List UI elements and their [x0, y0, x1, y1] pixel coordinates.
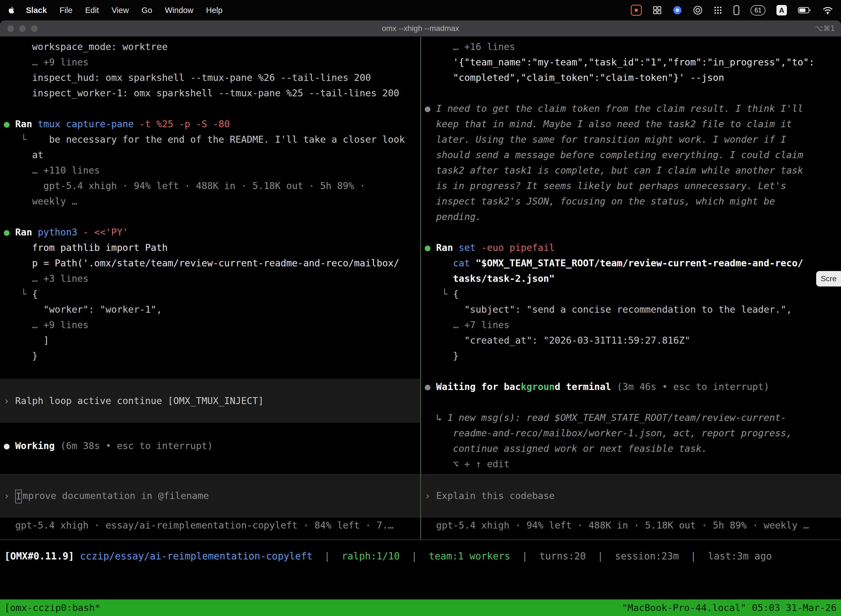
terminal-line: "completed","claim_token":"claim-token"}… — [421, 70, 841, 85]
text-segment: keep that in mind. Maybe I also need the… — [425, 119, 792, 129]
text-segment: be necessary for the end of the README. … — [49, 134, 405, 145]
text-segment: … +7 lines — [425, 319, 510, 330]
terminal-line: ● Ran python3 - <<'PY' — [0, 224, 420, 240]
prompt-band[interactable]: › Ralph loop active continue [OMX_TMUX_I… — [0, 379, 420, 422]
text-segment: last:3m ago — [708, 551, 772, 562]
text-segment: | — [679, 551, 708, 562]
text-segment: '{"team_name":"my-team","task_id":"1","f… — [425, 57, 815, 67]
text-segment: ● — [4, 227, 15, 238]
text-segment: cczip/essay/ai-reimplementation-copyleft — [80, 551, 313, 562]
text-segment: └ — [425, 288, 453, 299]
window-titlebar[interactable]: omx --xhigh --madmax ⌥⌘1 — [0, 21, 841, 37]
terminal-line: cat "$OMX_TEAM_STATE_ROOT/team/review-cu… — [421, 255, 841, 271]
terminal-line: should send a message before completing … — [421, 147, 841, 163]
cursor-block: I — [15, 490, 22, 503]
text-segment — [77, 227, 83, 238]
text-segment: gpt-5.4 xhigh · 94% left · 488K in · 5.1… — [4, 180, 365, 191]
terminal-line: task2 after task1 is complete, but can I… — [421, 163, 841, 178]
menu-help[interactable]: Help — [206, 6, 223, 15]
text-segment: mprove documentation in @filename — [22, 490, 209, 501]
left-pane[interactable]: workspace_mode: worktree … +9 lines insp… — [0, 37, 420, 540]
text-segment: | — [313, 551, 341, 562]
text-segment: task2 after task1 is complete, but can I… — [425, 165, 803, 176]
text-segment: › — [4, 490, 15, 501]
text-segment: gpt-5.4 xhigh · 94% left · 488K in · 5.1… — [425, 520, 809, 531]
terminal-line: gpt-5.4 xhigh · 94% left · 488K in · 5.1… — [421, 518, 841, 533]
terminal-line: ● I need to get the claim token from the… — [421, 101, 841, 116]
prompt-band[interactable]: › Improve documentation in @filename — [0, 474, 420, 518]
text-segment: Ralph loop active continue [OMX_TMUX_INJ… — [15, 395, 264, 406]
screen: Slack FileEditViewGoWindowHelp 61 A — [0, 0, 841, 616]
prompt-band-line: › Improve documentation in @filename — [0, 488, 420, 503]
terminal-line: inspect task2's JSON, focusing on the st… — [421, 194, 841, 209]
text-segment: ● — [425, 381, 436, 392]
spacer — [421, 224, 841, 240]
terminal-line: … +9 lines — [0, 317, 420, 333]
terminal-line: inspect_worker-1: omx sparkshell --tmux-… — [0, 85, 420, 101]
apple-menu-icon[interactable] — [8, 6, 15, 15]
menu-file[interactable]: File — [60, 6, 73, 15]
terminal-line: inspect_hud: omx sparkshell --tmux-pane … — [0, 70, 420, 85]
terminal-line: gpt-5.4 xhigh · 94% left · 488K in · 5.1… — [0, 178, 420, 194]
text-segment: ● — [425, 103, 436, 114]
prompt-band-line: › Explain this codebase — [421, 488, 841, 503]
text-segment: -euo pipefail — [476, 242, 555, 253]
window-title: omx --xhigh --madmax — [0, 24, 841, 33]
battery-percent-badge[interactable]: 61 — [750, 5, 765, 15]
text-segment: should send a message before completing … — [425, 149, 803, 160]
text-segment: ] — [4, 335, 49, 346]
text-segment: from pathlib import Path — [4, 242, 168, 253]
input-source-icon[interactable]: A — [777, 5, 787, 15]
menu-view[interactable]: View — [112, 6, 129, 15]
phone-icon[interactable] — [733, 5, 740, 15]
text-segment: Ran — [436, 242, 453, 253]
prompt-band[interactable]: › Explain this codebase — [421, 474, 841, 518]
tmux-status-bar: [omx-cczip0:bash* "MacBook-Pro-44.local"… — [0, 600, 841, 616]
text-segment: inspect_worker-1: omx sparkshell --tmux-… — [4, 88, 399, 98]
blue-app-icon[interactable] — [673, 6, 682, 15]
text-segment: | — [400, 551, 429, 562]
terminal-line: } — [0, 348, 420, 364]
menu-window[interactable]: Window — [165, 6, 193, 15]
menu-app-name[interactable]: Slack — [26, 6, 47, 15]
screen-recording-icon[interactable] — [631, 5, 642, 16]
text-segment: tmux capture-pane — [38, 119, 134, 129]
terminal-line: ] — [0, 333, 420, 348]
text-segment: Ran — [15, 227, 32, 238]
text-segment: later. Using the same for transition mig… — [425, 134, 786, 145]
menu-edit[interactable]: Edit — [85, 6, 99, 15]
dots-grid-icon[interactable] — [714, 6, 722, 15]
menu-go[interactable]: Go — [142, 6, 152, 15]
text-segment: … +3 lines — [4, 273, 89, 284]
terminal-line: workspace_mode: worktree — [0, 39, 420, 54]
text-segment — [74, 551, 80, 562]
text-segment: inspect task2's JSON, focusing on the st… — [425, 196, 775, 207]
text-segment: tasks/task-2.json" — [425, 273, 555, 284]
screenshot-thumbnail-badge[interactable]: Scre — [816, 271, 841, 286]
spacer — [0, 422, 420, 438]
text-segment: python3 — [38, 227, 77, 238]
text-segment: "created_at": "2026-03-31T11:59:27.816Z" — [425, 335, 690, 346]
text-segment: └ — [4, 288, 32, 299]
right-pane[interactable]: … +16 lines '{"team_name":"my-team","tas… — [421, 37, 841, 540]
text-segment: ralph:1/10 — [341, 551, 400, 562]
text-segment: Working — [15, 440, 55, 451]
terminal-line: ● Waiting for background terminal (3m 46… — [421, 379, 841, 395]
spacer — [0, 209, 420, 224]
text-segment — [453, 242, 459, 253]
text-segment: continue assigned work or next feasible … — [425, 443, 708, 454]
wifi-icon[interactable] — [822, 6, 833, 14]
window-shortcut-hint: ⌥⌘1 — [815, 24, 835, 32]
battery-icon[interactable] — [798, 7, 811, 13]
ring-app-icon[interactable] — [693, 6, 702, 15]
text-segment: cat — [425, 258, 470, 268]
text-segment: readme-and-reco/mailbox/worker-1.json, a… — [425, 427, 792, 439]
terminal-line: "created_at": "2026-03-31T11:59:27.816Z" — [421, 333, 841, 348]
text-segment — [32, 119, 38, 129]
grid-app-icon[interactable] — [653, 6, 662, 15]
right-pane-bottom: › Explain this codebase gpt-5.4 xhigh · … — [421, 474, 841, 533]
spacer — [421, 85, 841, 101]
terminal-line: continue assigned work or next feasible … — [421, 441, 841, 456]
text-segment: ● — [425, 242, 436, 253]
tmux-host-time: "MacBook-Pro-44.local" 05:03 31-Mar-26 — [622, 602, 837, 613]
